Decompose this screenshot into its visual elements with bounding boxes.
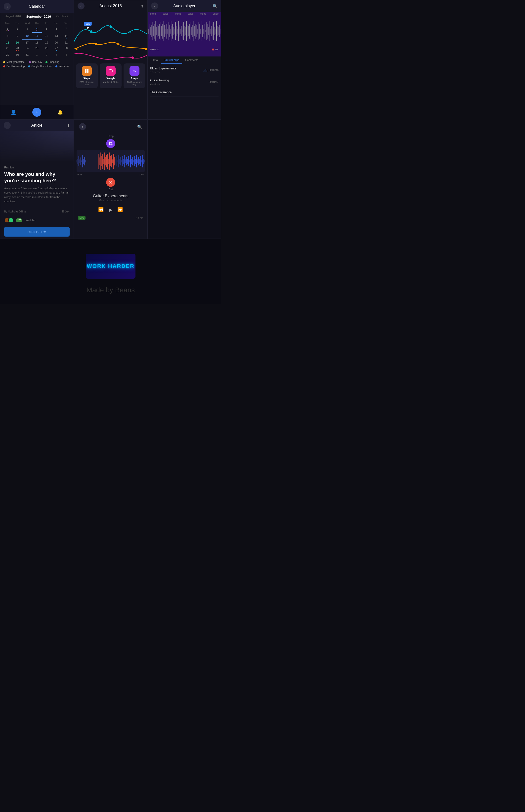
svg-rect-159 (130, 155, 131, 168)
svg-rect-36 (161, 26, 162, 36)
svg-rect-85 (197, 29, 198, 33)
fast-forward-button[interactable]: ⏩ (117, 207, 123, 213)
tab-simular-clips[interactable]: Simular clips (161, 57, 182, 64)
audio-back-button[interactable]: ‹ (151, 2, 158, 10)
list-item[interactable]: Guitar training 30.06.16 00:01:37 (150, 76, 219, 88)
day-23[interactable]: 23 (12, 45, 22, 52)
time-6: 00:00 (213, 13, 219, 15)
day-8[interactable]: 8 (3, 33, 12, 40)
svg-rect-64 (182, 24, 182, 39)
stats-panel: ‹ August 2016 ⬆ (74, 0, 148, 119)
day-16[interactable]: 16 (12, 40, 22, 45)
day-25[interactable]: 25 (32, 45, 42, 52)
cut-section: ✕ Cut (74, 178, 147, 191)
day-24[interactable]: 24 (22, 45, 32, 52)
stat-card-steps-1[interactable]: Steps 2639 steps per day (76, 63, 98, 88)
day-14[interactable]: 14 (61, 33, 71, 40)
day-10[interactable]: 10 (22, 33, 32, 40)
editor-search-button[interactable]: 🔍 (137, 125, 142, 129)
day-22[interactable]: 22 (3, 45, 12, 52)
article-author: By Nocholas O'Brian (4, 210, 27, 213)
svg-rect-77 (191, 27, 192, 35)
svg-rect-125 (84, 157, 85, 165)
stats-back-button[interactable]: ‹ (78, 2, 85, 10)
day-9[interactable]: 9 (12, 33, 22, 40)
crop-button[interactable] (106, 139, 115, 148)
day-5[interactable]: 5 (42, 26, 51, 33)
svg-rect-40 (164, 25, 165, 37)
svg-rect-118 (78, 159, 78, 164)
add-event-button[interactable]: + (32, 108, 41, 117)
article-back-button[interactable]: ‹ (4, 122, 11, 129)
day-27[interactable]: 27 (51, 45, 61, 52)
day-13[interactable]: 13 (51, 33, 61, 40)
current-month[interactable]: September 2016 (26, 15, 51, 18)
tab-comments[interactable]: Comments (182, 57, 201, 64)
crop-label: Crop (74, 134, 147, 137)
tab-info[interactable]: Info (150, 57, 161, 64)
day-6[interactable]: 6 (51, 26, 61, 33)
stats-share-button[interactable]: ⬆ (140, 4, 144, 9)
svg-rect-62 (180, 29, 181, 33)
day-oct-4[interactable]: 4 (61, 52, 71, 57)
svg-rect-172 (143, 159, 144, 164)
day-oct-3[interactable]: 3 (51, 52, 61, 57)
list-item[interactable]: Blues Experements 18.07.16 00:00:45 (150, 64, 219, 76)
cut-button[interactable]: ✕ (106, 178, 115, 187)
stat-card-steps-2[interactable]: % Steps 2639 steps per day (123, 63, 146, 88)
day-7[interactable]: 7 (61, 26, 71, 33)
day-26[interactable]: 26 (42, 45, 51, 52)
article-share-button[interactable]: ⬆ (67, 123, 70, 128)
file-size: 2.4 mb (136, 217, 144, 219)
day-15[interactable]: 15 (3, 40, 12, 45)
day-17[interactable]: 17 (22, 40, 32, 45)
rewind-button[interactable]: ⏪ (98, 207, 104, 213)
day-oct-1[interactable]: 1 (32, 52, 42, 57)
next-month[interactable]: October 2 (57, 15, 69, 18)
svg-rect-71 (187, 25, 188, 37)
svg-rect-115 (219, 25, 220, 37)
legend-interview: Interview (56, 65, 69, 68)
day-3[interactable]: 3 (22, 26, 32, 33)
svg-rect-43 (167, 24, 167, 39)
svg-rect-132 (103, 159, 104, 164)
day-1[interactable]: 1 (3, 26, 12, 33)
profile-icon[interactable]: 👤 (11, 110, 16, 115)
notification-icon[interactable]: 🔔 (57, 110, 63, 115)
day-2[interactable]: 2 (12, 26, 22, 33)
svg-rect-56 (176, 26, 177, 36)
svg-rect-13 (87, 71, 89, 73)
day-12[interactable]: 12 (42, 33, 51, 40)
day-31[interactable]: 31 (22, 52, 32, 57)
track-title: Guitar Experements (77, 194, 145, 198)
day-30[interactable]: 30 (12, 52, 22, 57)
play-button[interactable]: ▶ (109, 207, 112, 213)
legend-dribbble: Dribbble meetup (3, 65, 25, 68)
svg-rect-31 (158, 29, 158, 33)
day-20[interactable]: 20 (51, 40, 61, 45)
stat-card-weigh[interactable]: Weigh You lost 321 lbs (100, 63, 122, 88)
day-21[interactable]: 21 (61, 40, 71, 45)
svg-rect-12 (85, 71, 87, 73)
svg-rect-29 (156, 27, 157, 35)
day-4[interactable]: 4 (32, 26, 42, 33)
svg-rect-89 (200, 29, 200, 33)
day-28[interactable]: 28 (61, 45, 71, 52)
calendar-back-button[interactable]: ‹ (4, 3, 11, 10)
read-later-button[interactable]: Read later ★ (4, 227, 70, 236)
day-11[interactable]: 11 (32, 33, 42, 40)
prev-month[interactable]: August 2016 (5, 15, 21, 18)
svg-rect-161 (132, 157, 133, 165)
day-19[interactable]: 19 (42, 40, 51, 45)
audio-search-button[interactable]: 🔍 (212, 4, 217, 9)
svg-rect-80 (194, 21, 194, 41)
day-18[interactable]: 18 (32, 40, 42, 45)
day-oct-2[interactable]: 2 (42, 52, 51, 57)
editor-back-button[interactable]: ‹ (79, 123, 86, 130)
svg-rect-18 (148, 29, 149, 33)
clip-list: Blues Experements 18.07.16 00:00:45 Guit… (148, 64, 221, 97)
day-29[interactable]: 29 (3, 52, 12, 57)
article-header: ‹ Article ⬆ (0, 120, 74, 131)
svg-rect-61 (180, 25, 180, 37)
list-item[interactable]: The Conference (150, 88, 219, 97)
